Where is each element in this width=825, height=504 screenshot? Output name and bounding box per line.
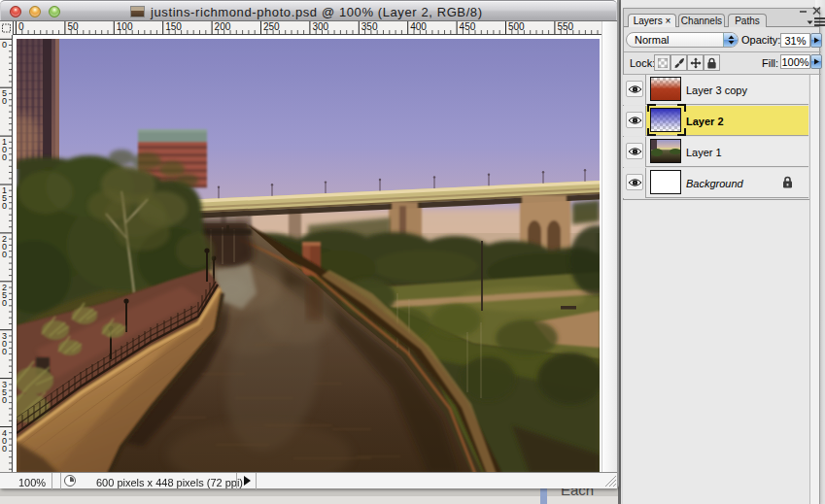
svg-text:0: 0 [2,201,7,211]
svg-text:0: 0 [2,298,7,308]
svg-text:400: 400 [410,21,427,32]
svg-text:0: 0 [2,395,7,405]
svg-text:150: 150 [165,21,182,32]
svg-text:0: 0 [2,250,7,259]
svg-text:0: 0 [2,444,7,454]
svg-text:0: 0 [2,40,7,50]
svg-text:100: 100 [117,21,133,32]
svg-text:200: 200 [215,21,231,32]
svg-text:500: 500 [508,21,525,32]
svg-text:0: 0 [18,21,24,32]
svg-text:350: 350 [361,21,378,32]
svg-text:550: 550 [557,21,573,32]
svg-text:0: 0 [2,347,7,356]
svg-text:450: 450 [460,21,476,32]
svg-text:250: 250 [263,21,280,32]
svg-text:0: 0 [2,96,7,106]
svg-text:300: 300 [312,21,328,32]
svg-text:0: 0 [2,152,7,162]
